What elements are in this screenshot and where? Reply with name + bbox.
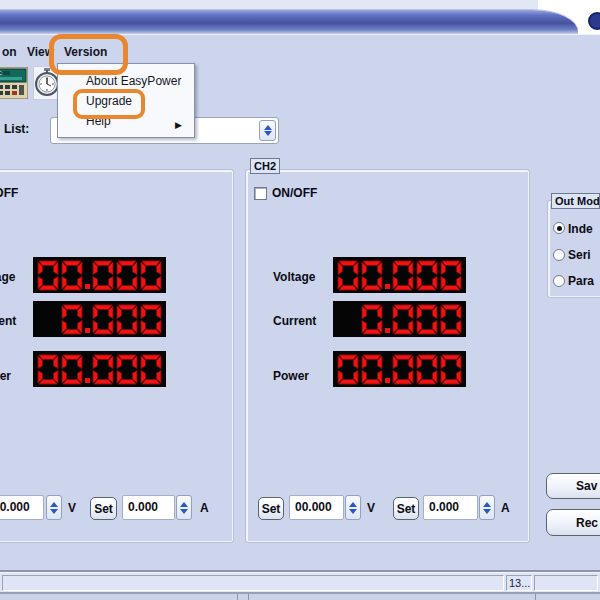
led-digit <box>60 354 84 385</box>
spin-down-icon <box>349 509 357 514</box>
led-digit <box>336 260 360 291</box>
title-bar <box>0 10 578 34</box>
ch2-current-set-field[interactable]: 0.000 <box>423 495 478 520</box>
out-mode-label-parallel: Para <box>568 274 594 288</box>
led-blank-digit <box>336 304 360 335</box>
ch2-set-voltage-button[interactable]: Set <box>258 497 284 520</box>
out-mode-radio-parallel[interactable] <box>553 275 565 287</box>
svg-text:C:: C: <box>0 70 3 76</box>
ch2-set-current-button[interactable]: Set <box>393 497 419 520</box>
status-panel-right <box>534 575 598 591</box>
device-icon[interactable]: C: <box>0 67 28 99</box>
led-digit <box>360 304 384 335</box>
ch2-power-label: Power <box>273 369 309 383</box>
led-digit <box>91 260 115 291</box>
window-control-button[interactable] <box>588 12 600 30</box>
bottom-strip <box>0 594 600 600</box>
status-bar: 13... <box>0 572 600 593</box>
ch2-onoff-label: ON/OFF <box>272 186 317 200</box>
led-digit <box>439 354 463 385</box>
led-decimal-point <box>384 354 391 385</box>
spin-up-icon <box>180 502 188 507</box>
spin-up-icon <box>264 125 272 130</box>
ch2-volt-unit: V <box>367 501 375 515</box>
led-digit <box>360 354 384 385</box>
spin-up-icon <box>349 502 357 507</box>
led-digit <box>139 354 163 385</box>
led-digit <box>336 354 360 385</box>
ch2-current-label: Current <box>273 314 316 328</box>
out-mode-label-series: Seri <box>568 248 591 262</box>
ch2-voltage-set-spinner[interactable] <box>345 495 361 520</box>
spin-down-icon <box>180 509 188 514</box>
led-digit <box>115 354 139 385</box>
led-digit <box>415 304 439 335</box>
led-digit <box>415 260 439 291</box>
ch1-current-set-spinner[interactable] <box>176 495 192 520</box>
led-digit <box>391 260 415 291</box>
ch2-power-display <box>333 351 466 387</box>
menu-item-option[interactable]: on <box>2 45 17 59</box>
annotation-upgrade <box>73 89 145 119</box>
spin-down-icon <box>264 131 272 136</box>
ch1-voltage-display <box>33 257 166 293</box>
ch2-voltage-set-field[interactable]: 00.000 <box>289 495 344 520</box>
led-decimal-point <box>384 304 391 335</box>
bottom-separator <box>237 594 238 600</box>
status-panel-counter: 13... <box>506 575 532 591</box>
ch2-onoff-checkbox[interactable] <box>254 187 267 200</box>
led-digit <box>139 260 163 291</box>
spin-up-icon <box>483 502 491 507</box>
led-digit <box>439 260 463 291</box>
led-decimal-point <box>84 354 91 385</box>
bottom-separator <box>535 594 536 600</box>
led-digit <box>91 304 115 335</box>
ch1-voltage-label: Voltage <box>0 270 15 284</box>
led-digit <box>36 354 60 385</box>
recall-button-label: Rec <box>576 516 598 530</box>
ch2-amp-unit: A <box>501 501 510 515</box>
led-decimal-point <box>84 260 91 291</box>
ch1-volt-unit: V <box>68 501 76 515</box>
ch1-voltage-set-field[interactable]: 00.000 <box>0 495 44 520</box>
spin-down-icon <box>50 509 58 514</box>
ch1-onoff-label: ON/OFF <box>0 186 18 200</box>
out-mode-group-title: Out Mod <box>551 193 600 209</box>
device-icon-art: C: <box>0 67 28 99</box>
led-digit <box>415 354 439 385</box>
radio-dot-icon <box>557 226 562 231</box>
led-digit <box>391 304 415 335</box>
list-label: List: <box>4 122 29 136</box>
spin-down-icon <box>483 509 491 514</box>
list-combobox-spinner[interactable] <box>259 120 276 141</box>
ch2-current-display <box>333 301 466 337</box>
recall-button[interactable]: Rec <box>546 509 600 536</box>
ch1-current-label: Current <box>0 314 16 328</box>
led-decimal-point <box>384 260 391 291</box>
ch2-voltage-label: Voltage <box>273 270 315 284</box>
easypower-window: on View Version C: <box>0 0 600 600</box>
ch1-power-label: Power <box>0 369 11 383</box>
ch2-current-set-spinner[interactable] <box>479 495 495 520</box>
ch1-voltage-set-spinner[interactable] <box>46 495 62 520</box>
ch1-set-voltage-button[interactable]: Set <box>90 497 117 520</box>
status-panel-main <box>2 575 504 591</box>
led-digit <box>115 304 139 335</box>
led-decimal-point <box>84 304 91 335</box>
ch1-power-display <box>33 351 166 387</box>
bottom-separator <box>248 594 249 600</box>
spin-up-icon <box>50 502 58 507</box>
out-mode-radio-series[interactable] <box>553 249 565 261</box>
ch1-amp-unit: A <box>200 501 209 515</box>
ch1-current-display <box>33 301 166 337</box>
ch2-group-title: CH2 <box>250 158 280 174</box>
led-digit <box>139 304 163 335</box>
led-digit <box>60 304 84 335</box>
ch1-current-set-field[interactable]: 0.000 <box>122 495 175 520</box>
save-button[interactable]: Sav <box>546 473 600 499</box>
out-mode-radio-independent[interactable] <box>553 222 565 234</box>
led-digit <box>439 304 463 335</box>
led-blank-digit <box>36 304 60 335</box>
led-digit <box>115 260 139 291</box>
led-digit <box>36 260 60 291</box>
